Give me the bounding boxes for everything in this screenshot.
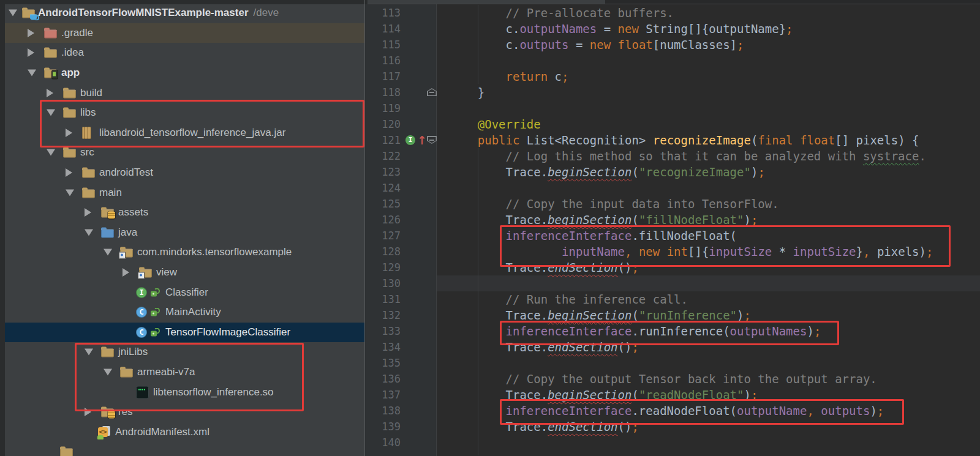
code-line[interactable]: Trace.beginSection("fillNodeFloat"); [450, 212, 758, 228]
tree-row-androidmanifest-xml[interactable]: <>AndroidManifest.xml [5, 422, 364, 443]
folder-icon [63, 148, 76, 158]
chevron-expanded-icon[interactable] [28, 70, 36, 77]
line-number: 124 [368, 180, 401, 196]
tree-row-main[interactable]: main [5, 182, 364, 203]
code-line[interactable]: Trace.beginSection("recognizeImage"); [450, 164, 765, 180]
chevron-collapsed-icon[interactable] [85, 408, 91, 416]
tree-row-libtensorflow-inference-so[interactable]: libtensorflow_inference.so [5, 382, 364, 402]
chevron-expanded-icon[interactable] [85, 349, 93, 356]
ide-window: AndroidTensorFlowMNISTExample-master/dev… [0, 0, 980, 456]
code-line[interactable]: public List<Recognition> recognizeImage(… [450, 132, 919, 148]
project-folder-icon [22, 8, 35, 18]
line-number: 116 [368, 53, 401, 69]
line-number: 120 [368, 116, 401, 132]
chevron-collapsed-icon[interactable] [123, 268, 129, 277]
chevron-collapsed-icon[interactable] [28, 48, 34, 57]
code-line[interactable]: // Pre-allocate buffers. [450, 5, 674, 21]
tree-item-label: res [118, 402, 133, 422]
tree-row--idea[interactable]: .idea [5, 43, 364, 63]
assets-folder-icon [101, 407, 114, 417]
tree-item-label: libtensorflow_inference.so [153, 382, 274, 402]
tree-row-classifier[interactable]: IClassifier [5, 282, 364, 302]
tree-row-java[interactable]: java [5, 223, 364, 243]
chevron-expanded-icon[interactable] [85, 229, 93, 236]
line-number: 131 [368, 291, 401, 307]
public-lock-icon [151, 288, 159, 297]
tree-row-mainactivity[interactable]: CMainActivity [5, 302, 364, 323]
tree-item-label: Classifier [165, 282, 208, 302]
tree-row-androidtest[interactable]: androidTest [5, 163, 364, 183]
tree-row-libs[interactable]: libs [5, 103, 364, 123]
code-line[interactable]: inferenceInterface.readNodeFloat(outputN… [450, 403, 884, 419]
chevron-expanded-icon[interactable] [104, 249, 112, 256]
code-line[interactable]: inferenceInterface.fillNodeFloat( [450, 228, 737, 244]
gutter-fold-line [436, 4, 437, 456]
source-folder-icon [101, 227, 114, 237]
tree-row-app[interactable]: app [5, 63, 364, 83]
fold-marker-down[interactable] [427, 136, 437, 144]
tree-row-tensorflowimageclassifier[interactable]: CTensorFlowImageClassifier [5, 323, 364, 343]
line-number: 125 [368, 196, 401, 212]
chevron-collapsed-icon[interactable] [66, 168, 72, 177]
package-icon [139, 267, 152, 278]
code-line[interactable]: return c; [450, 69, 569, 84]
android-manifest-icon: <> [98, 426, 110, 438]
chevron-expanded-icon[interactable] [66, 189, 74, 196]
tree-item-label: AndroidTensorFlowMNISTExample-master/dev… [38, 3, 279, 23]
tree-row-com-mindorks-tensorflowexample[interactable]: com.mindorks.tensorflowexample [5, 242, 364, 263]
folder-icon [82, 168, 95, 178]
tree-row-armeabi-v7a[interactable]: armeabi-v7a [5, 362, 364, 383]
code-line[interactable]: Trace.endSection(); [450, 260, 639, 275]
chevron-collapsed-icon[interactable] [28, 29, 34, 37]
fold-marker-up[interactable] [427, 88, 437, 96]
code-line[interactable]: // Copy the output Tensor back into the … [450, 371, 877, 387]
tree-row-androidtensorflowmnistexample-master[interactable]: AndroidTensorFlowMNISTExample-master/dev… [5, 3, 364, 23]
code-line[interactable]: inputName, new int[]{inputSize * inputSi… [450, 244, 933, 260]
code-line[interactable]: inferenceInterface.runInference(outputNa… [450, 323, 821, 339]
tree-row-libandroid-tensorflow-inference-java-jar[interactable]: libandroid_tensorflow_inference_java.jar [5, 123, 364, 143]
tree-row--gradle[interactable]: .gradle [5, 23, 364, 43]
tree-row-view[interactable]: view [5, 263, 364, 283]
line-number: 115 [368, 37, 401, 53]
chevron-expanded-icon[interactable] [47, 149, 55, 156]
tree-row-jnilibs[interactable]: jniLibs [5, 342, 364, 362]
code-line[interactable]: Trace.beginSection("readNodeFloat"); [450, 387, 758, 403]
app-module-folder-icon [44, 68, 57, 78]
code-line[interactable]: // Run the inference call. [450, 291, 688, 307]
public-lock-icon [151, 308, 159, 317]
class-icon: C [136, 307, 147, 318]
code-line[interactable]: Trace.endSection(); [450, 339, 639, 355]
line-number: 133 [368, 323, 401, 339]
chevron-collapsed-icon[interactable] [85, 208, 91, 217]
folder-icon [82, 187, 95, 198]
tree-row-build[interactable]: build [5, 83, 364, 103]
code-line[interactable]: c.outputs = new float[numClasses]; [450, 37, 744, 53]
chevron-expanded-icon[interactable] [104, 369, 112, 376]
tree-item-label: TensorFlowImageClassifier [165, 323, 290, 343]
code-line[interactable]: Trace.beginSection("runInference"); [450, 307, 751, 323]
tree-row-partial[interactable] [5, 442, 364, 456]
code-line[interactable]: @Override [450, 116, 541, 132]
folder-icon [60, 447, 73, 456]
tree-item-label: armeabi-v7a [137, 362, 195, 383]
line-number: 139 [368, 419, 401, 435]
chevron-collapsed-icon[interactable] [66, 129, 72, 137]
code-line[interactable]: Trace.endSection(); [450, 419, 639, 435]
implementing-method-icon[interactable]: I [405, 135, 415, 145]
chevron-expanded-icon[interactable] [47, 110, 55, 116]
tree-row-res[interactable]: res [5, 402, 364, 422]
code-line[interactable]: // Copy the input data into TensorFlow. [450, 196, 779, 212]
tree-row-assets[interactable]: assets [5, 203, 364, 223]
tree-item-label: java [118, 223, 137, 243]
interface-icon: I [136, 287, 147, 298]
tree-row-src[interactable]: src [5, 143, 364, 163]
tree-item-label: .gradle [61, 23, 93, 43]
chevron-expanded-icon[interactable] [9, 10, 17, 17]
tree-item-label: androidTest [99, 163, 153, 183]
code-line[interactable]: // Log this method so that it can be ana… [450, 148, 926, 164]
code-line[interactable]: } [450, 84, 484, 100]
code-line[interactable]: c.outputNames = new String[]{outputName}… [450, 21, 793, 37]
override-arrow-icon[interactable]: ↑ [417, 133, 427, 147]
line-number: 127 [368, 228, 401, 244]
chevron-collapsed-icon[interactable] [47, 89, 53, 97]
